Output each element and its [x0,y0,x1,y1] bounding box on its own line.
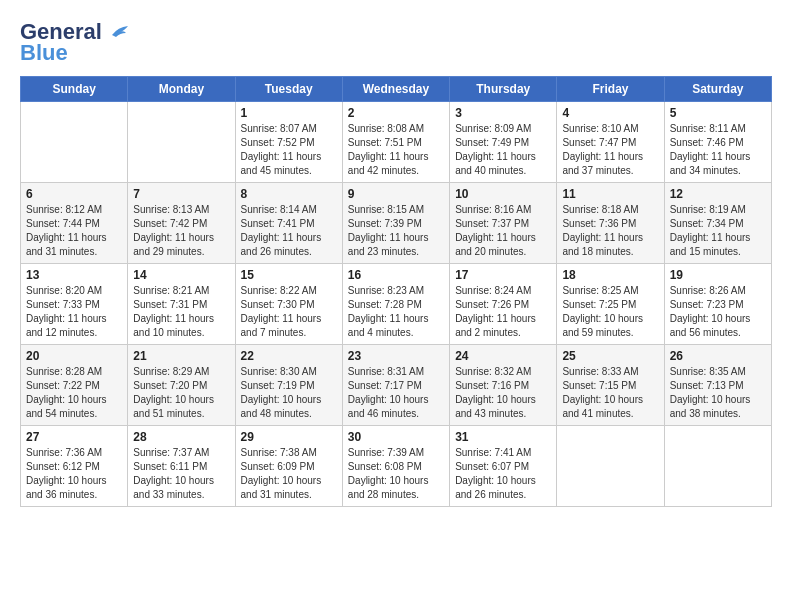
week-row-4: 20Sunrise: 8:28 AM Sunset: 7:22 PM Dayli… [21,345,772,426]
weekday-header-tuesday: Tuesday [235,77,342,102]
day-number: 3 [455,106,551,120]
day-info: Sunrise: 8:07 AM Sunset: 7:52 PM Dayligh… [241,122,337,178]
day-number: 16 [348,268,444,282]
calendar-cell: 25Sunrise: 8:33 AM Sunset: 7:15 PM Dayli… [557,345,664,426]
calendar-cell: 23Sunrise: 8:31 AM Sunset: 7:17 PM Dayli… [342,345,449,426]
calendar-cell: 11Sunrise: 8:18 AM Sunset: 7:36 PM Dayli… [557,183,664,264]
calendar-cell: 29Sunrise: 7:38 AM Sunset: 6:09 PM Dayli… [235,426,342,507]
day-info: Sunrise: 8:21 AM Sunset: 7:31 PM Dayligh… [133,284,229,340]
day-info: Sunrise: 8:29 AM Sunset: 7:20 PM Dayligh… [133,365,229,421]
day-info: Sunrise: 8:10 AM Sunset: 7:47 PM Dayligh… [562,122,658,178]
calendar-cell [664,426,771,507]
day-number: 19 [670,268,766,282]
day-number: 21 [133,349,229,363]
calendar-cell: 24Sunrise: 8:32 AM Sunset: 7:16 PM Dayli… [450,345,557,426]
calendar-cell: 10Sunrise: 8:16 AM Sunset: 7:37 PM Dayli… [450,183,557,264]
day-info: Sunrise: 8:35 AM Sunset: 7:13 PM Dayligh… [670,365,766,421]
calendar-cell [557,426,664,507]
day-number: 1 [241,106,337,120]
calendar-cell [128,102,235,183]
weekday-header-monday: Monday [128,77,235,102]
day-info: Sunrise: 8:25 AM Sunset: 7:25 PM Dayligh… [562,284,658,340]
day-info: Sunrise: 8:26 AM Sunset: 7:23 PM Dayligh… [670,284,766,340]
calendar-cell: 2Sunrise: 8:08 AM Sunset: 7:51 PM Daylig… [342,102,449,183]
day-info: Sunrise: 8:12 AM Sunset: 7:44 PM Dayligh… [26,203,122,259]
day-number: 30 [348,430,444,444]
day-number: 12 [670,187,766,201]
week-row-1: 1Sunrise: 8:07 AM Sunset: 7:52 PM Daylig… [21,102,772,183]
calendar-cell: 20Sunrise: 8:28 AM Sunset: 7:22 PM Dayli… [21,345,128,426]
calendar-cell: 8Sunrise: 8:14 AM Sunset: 7:41 PM Daylig… [235,183,342,264]
calendar-cell: 28Sunrise: 7:37 AM Sunset: 6:11 PM Dayli… [128,426,235,507]
week-row-5: 27Sunrise: 7:36 AM Sunset: 6:12 PM Dayli… [21,426,772,507]
calendar-cell: 13Sunrise: 8:20 AM Sunset: 7:33 PM Dayli… [21,264,128,345]
day-info: Sunrise: 8:28 AM Sunset: 7:22 PM Dayligh… [26,365,122,421]
day-number: 4 [562,106,658,120]
calendar-table: SundayMondayTuesdayWednesdayThursdayFrid… [20,76,772,507]
day-info: Sunrise: 7:36 AM Sunset: 6:12 PM Dayligh… [26,446,122,502]
day-info: Sunrise: 8:11 AM Sunset: 7:46 PM Dayligh… [670,122,766,178]
calendar-cell: 1Sunrise: 8:07 AM Sunset: 7:52 PM Daylig… [235,102,342,183]
day-info: Sunrise: 8:09 AM Sunset: 7:49 PM Dayligh… [455,122,551,178]
day-number: 7 [133,187,229,201]
calendar-cell: 12Sunrise: 8:19 AM Sunset: 7:34 PM Dayli… [664,183,771,264]
day-number: 18 [562,268,658,282]
logo-blue-text: Blue [20,40,68,66]
day-number: 11 [562,187,658,201]
calendar-cell: 26Sunrise: 8:35 AM Sunset: 7:13 PM Dayli… [664,345,771,426]
day-info: Sunrise: 8:22 AM Sunset: 7:30 PM Dayligh… [241,284,337,340]
day-info: Sunrise: 8:08 AM Sunset: 7:51 PM Dayligh… [348,122,444,178]
calendar-cell: 21Sunrise: 8:29 AM Sunset: 7:20 PM Dayli… [128,345,235,426]
day-number: 5 [670,106,766,120]
day-number: 26 [670,349,766,363]
weekday-header-wednesday: Wednesday [342,77,449,102]
calendar-cell: 3Sunrise: 8:09 AM Sunset: 7:49 PM Daylig… [450,102,557,183]
logo: General Blue [20,20,130,66]
calendar-cell: 15Sunrise: 8:22 AM Sunset: 7:30 PM Dayli… [235,264,342,345]
week-row-2: 6Sunrise: 8:12 AM Sunset: 7:44 PM Daylig… [21,183,772,264]
calendar-cell: 4Sunrise: 8:10 AM Sunset: 7:47 PM Daylig… [557,102,664,183]
day-number: 27 [26,430,122,444]
calendar-cell [21,102,128,183]
calendar-cell: 7Sunrise: 8:13 AM Sunset: 7:42 PM Daylig… [128,183,235,264]
logo-bird-icon [110,25,130,41]
day-number: 20 [26,349,122,363]
day-info: Sunrise: 8:14 AM Sunset: 7:41 PM Dayligh… [241,203,337,259]
weekday-header-sunday: Sunday [21,77,128,102]
day-info: Sunrise: 8:33 AM Sunset: 7:15 PM Dayligh… [562,365,658,421]
day-number: 28 [133,430,229,444]
day-number: 24 [455,349,551,363]
day-number: 13 [26,268,122,282]
weekday-header-thursday: Thursday [450,77,557,102]
day-number: 14 [133,268,229,282]
calendar-cell: 27Sunrise: 7:36 AM Sunset: 6:12 PM Dayli… [21,426,128,507]
day-number: 9 [348,187,444,201]
day-number: 10 [455,187,551,201]
day-info: Sunrise: 8:20 AM Sunset: 7:33 PM Dayligh… [26,284,122,340]
day-number: 6 [26,187,122,201]
day-number: 31 [455,430,551,444]
day-number: 15 [241,268,337,282]
day-info: Sunrise: 7:37 AM Sunset: 6:11 PM Dayligh… [133,446,229,502]
day-info: Sunrise: 8:32 AM Sunset: 7:16 PM Dayligh… [455,365,551,421]
day-info: Sunrise: 7:41 AM Sunset: 6:07 PM Dayligh… [455,446,551,502]
calendar-cell: 31Sunrise: 7:41 AM Sunset: 6:07 PM Dayli… [450,426,557,507]
day-info: Sunrise: 8:19 AM Sunset: 7:34 PM Dayligh… [670,203,766,259]
day-info: Sunrise: 8:23 AM Sunset: 7:28 PM Dayligh… [348,284,444,340]
day-info: Sunrise: 8:18 AM Sunset: 7:36 PM Dayligh… [562,203,658,259]
day-number: 2 [348,106,444,120]
day-number: 29 [241,430,337,444]
calendar-cell: 6Sunrise: 8:12 AM Sunset: 7:44 PM Daylig… [21,183,128,264]
day-info: Sunrise: 8:30 AM Sunset: 7:19 PM Dayligh… [241,365,337,421]
day-number: 22 [241,349,337,363]
day-info: Sunrise: 8:13 AM Sunset: 7:42 PM Dayligh… [133,203,229,259]
day-number: 25 [562,349,658,363]
calendar-cell: 18Sunrise: 8:25 AM Sunset: 7:25 PM Dayli… [557,264,664,345]
calendar-cell: 5Sunrise: 8:11 AM Sunset: 7:46 PM Daylig… [664,102,771,183]
calendar-cell: 17Sunrise: 8:24 AM Sunset: 7:26 PM Dayli… [450,264,557,345]
calendar-cell: 30Sunrise: 7:39 AM Sunset: 6:08 PM Dayli… [342,426,449,507]
day-info: Sunrise: 8:24 AM Sunset: 7:26 PM Dayligh… [455,284,551,340]
weekday-header-friday: Friday [557,77,664,102]
calendar-cell: 9Sunrise: 8:15 AM Sunset: 7:39 PM Daylig… [342,183,449,264]
page-header: General Blue [20,20,772,66]
